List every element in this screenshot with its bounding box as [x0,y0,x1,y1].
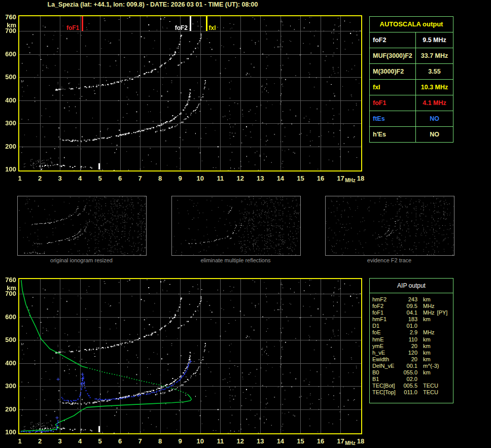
x-tick-label: 15 [294,175,307,182]
top-ionogram-plot [18,15,362,171]
thumbnail-caption: original ionogram resized [17,257,146,263]
aip-row: foF209.5MHz [370,303,453,309]
y-tick-label: 760 [0,14,16,21]
x-tick-label: 14 [274,437,287,445]
aip-row-label: hmE [370,336,401,343]
autoscala-row: ftEsNO [370,111,453,127]
aip-row-value: 02.0 [401,376,417,383]
x-tick-label: 12 [234,437,247,445]
y-axis-unit: km [0,22,16,29]
aip-row-label: hmF1 [370,316,401,323]
aip-row-label: h_vE [370,350,401,356]
autoscala-row-label: h'Es [370,127,416,142]
autoscala-row: M(3000)F23.55 [370,64,453,80]
page-title: La_Spezia (lat: +44.1, lon: 009.8) - DAT… [18,1,287,8]
y-tick-label: 600 [0,51,16,58]
aip-row-value: 04.1 [401,309,417,316]
aip-row: hmF1183km [370,316,453,323]
aip-row: h_vE120km [370,350,453,356]
aip-row: foE2.9MHz [370,329,453,336]
aip-row-value: 09.5 [401,303,417,309]
thumb-eliminate-reflections-canvas [172,196,300,255]
x-tick-label: 6 [114,437,127,445]
aip-row-unit: km [423,356,431,363]
aip-row-value: 110 [401,336,417,343]
marker-fof1-bar [82,16,83,31]
autoscala-row-value: 9.5 MHz [416,32,453,48]
aip-row: hmE110km [370,336,453,343]
aip-row-unit: km [423,369,431,376]
x-tick-label: 15 [294,437,307,445]
bottom-ionogram-plot [18,278,362,434]
x-tick-label: 2 [33,175,47,182]
autoscala-row-label: foF2 [370,32,416,48]
y-tick-label: 100 [0,429,16,436]
aip-row-value: 00.1 [401,363,417,369]
x-tick-label: 1 [13,437,26,445]
aip-row-extra: [PY] [437,309,448,316]
autoscala-row-value: 33.7 MHz [416,48,453,63]
x-tick-label: 7 [133,437,147,445]
autoscala-row-label: M(3000)F2 [370,64,416,79]
autoscala-row-label: foF1 [370,95,416,111]
aip-row-label: foF2 [370,303,401,309]
autoscala-row-value: NO [416,127,453,142]
aip-row-unit: MHz [423,303,435,309]
aip-row-label: ymE [370,343,401,350]
aip-table: AIP output hmF2243kmfoF209.5MHzfoF104.1M… [369,278,453,403]
autoscala-row: h'EsNO [370,127,453,142]
aip-row-value: 120 [401,350,417,356]
bottom-ionogram-canvas [19,279,361,433]
thumb-evidence-f2 [325,196,454,256]
aip-row-value: 20 [401,343,417,350]
aip-row-value: 243 [401,296,417,303]
x-tick-label: 9 [173,175,187,182]
aip-row-label: foF1 [370,309,401,316]
aip-row: TEC[Top]011.0TECU [370,389,453,396]
marker-fof2-bar [190,16,191,31]
autoscala-row-value: 3.55 [416,64,453,79]
aip-row-unit: km [423,350,431,356]
aip-row-value: 005.5 [401,383,417,389]
marker-fxi-bar [206,16,207,31]
y-tick-label: 200 [0,406,16,413]
x-tick-label: 3 [53,175,66,182]
aip-row: foF104.1MHz[PY] [370,309,453,316]
x-tick-label: 18 [354,437,367,445]
aip-row-label: D1 [370,323,401,329]
x-tick-label: 13 [254,437,267,445]
aip-row-label: TEC[Bot] [370,383,401,389]
autoscala-row: fxI10.3 MHz [370,80,453,95]
x-tick-label: 2 [33,437,47,445]
aip-row-label: foE [370,329,401,336]
x-tick-label: 18 [354,175,367,182]
x-tick-label: 14 [274,175,287,182]
x-axis-unit: MHz [345,440,356,446]
y-tick-label: 400 [0,97,16,104]
marker-fxi-label: fxI [209,24,229,31]
aip-row-unit: km [423,343,431,350]
y-tick-label: 760 [0,277,16,284]
y-tick-label: 300 [0,383,16,390]
autoscala-row-label: MUF(3000)F2 [370,48,416,63]
autoscala-row: foF29.5 MHz [370,32,453,48]
autoscala-app-window: La_Spezia (lat: +44.1, lon: 009.8) - DAT… [0,0,491,448]
autoscala-row-value: 4.1 MHz [416,95,453,111]
autoscala-table: AUTOSCALA output foF29.5 MHzMUF(3000)F23… [369,16,453,143]
x-tick-label: 11 [214,175,227,182]
aip-row-unit: MHz [423,309,435,316]
x-tick-label: 13 [254,175,267,182]
y-tick-label: 100 [0,166,16,173]
x-tick-label: 10 [194,437,207,445]
x-tick-label: 5 [93,175,107,182]
aip-row-label: Ewidth [370,356,401,363]
autoscala-row-value: NO [416,111,453,126]
autoscala-table-title: AUTOSCALA output [370,17,453,32]
thumb-original-ionogram [17,196,147,256]
aip-row-unit: m^(-3) [423,363,439,369]
x-tick-label: 8 [154,437,167,445]
x-tick-label: 4 [74,437,87,445]
aip-row-unit: MHz [423,329,435,336]
x-tick-label: 10 [194,175,207,182]
x-tick-label: 6 [114,175,127,182]
